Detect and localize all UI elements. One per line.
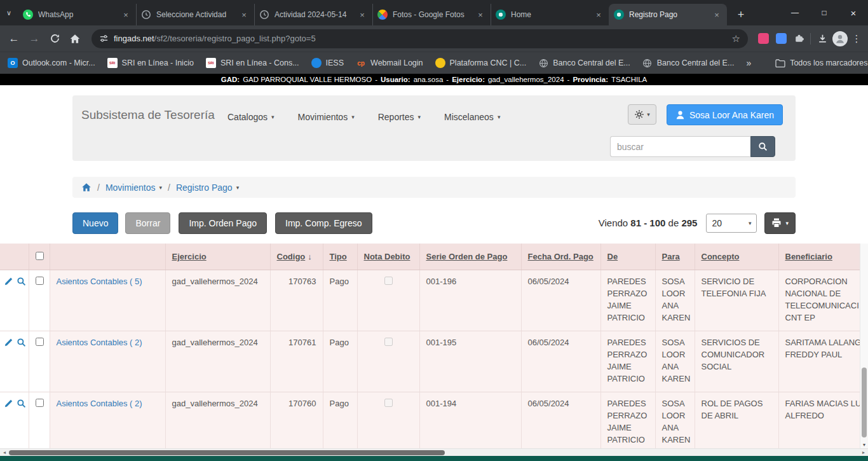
menu-miscelaneos[interactable]: Miscelaneos▾ (444, 112, 500, 122)
tab-close-icon[interactable]: × (712, 10, 722, 20)
tab-close-icon[interactable]: × (357, 10, 367, 20)
bookmark-item[interactable]: IESS (311, 58, 344, 68)
breadcrumb-registro-pago[interactable]: Registro Pago▾ (176, 182, 239, 193)
home-button[interactable] (65, 29, 85, 49)
menu-catalogos[interactable]: Catalogos▾ (227, 112, 275, 122)
address-bar[interactable]: fingads.net/sf2/tesoreria/registro_pago_… (92, 29, 748, 48)
asientos-contables-link[interactable]: Asientos Contables ( 2) (57, 399, 142, 408)
window-minimize-button[interactable]: — (780, 0, 810, 25)
tab-search-button[interactable]: ∨ (0, 0, 18, 25)
folder-icon (775, 58, 785, 68)
tab-actividad[interactable]: Actividad 2024-05-14 × (254, 4, 372, 25)
view-magnifier-icon[interactable] (17, 277, 26, 286)
serie-orden-pago-cell: 001-194 (419, 392, 521, 453)
bookmark-item[interactable]: SRISRI en Línea - Cons... (206, 58, 299, 68)
tab-close-icon[interactable]: × (593, 10, 604, 20)
tab-close-icon[interactable]: × (239, 10, 249, 20)
forward-button[interactable]: → (24, 29, 44, 49)
edit-pencil-icon[interactable] (4, 399, 13, 408)
header-codigo[interactable]: Codigo↓ (270, 244, 323, 270)
nota-debito-checkbox (384, 277, 393, 285)
tab-registro-pago[interactable]: Registro Pago × (609, 4, 727, 25)
print-button[interactable]: ▾ (764, 212, 796, 234)
header-concepto[interactable]: Concepto (695, 244, 778, 270)
header-de[interactable]: De (600, 244, 655, 270)
settings-gear-button[interactable]: ▾ (628, 104, 656, 125)
view-magnifier-icon[interactable] (17, 338, 26, 347)
new-tab-button[interactable]: + (732, 6, 750, 24)
bookmark-item[interactable]: cpWebmail Login (356, 58, 423, 68)
edit-pencil-icon[interactable] (4, 277, 13, 286)
back-button[interactable]: ← (4, 29, 24, 49)
ejercicio-cell: gad_vallehermos_2024 (165, 331, 270, 392)
header-beneficiario[interactable]: Beneficiario (778, 244, 868, 270)
bookmarks-manager-button[interactable]: Todos los marcadores (775, 58, 867, 68)
page-content: GAD:GAD PARROQUIAL VALLE HERMOSO - Usuar… (0, 74, 868, 461)
profile-avatar[interactable] (831, 30, 849, 48)
imp-orden-pago-button[interactable]: Imp. Orden Pago (179, 212, 267, 234)
home-icon[interactable] (81, 182, 92, 192)
bookmark-item[interactable]: Banco Central del E... (538, 58, 630, 68)
edit-pencil-icon[interactable] (4, 338, 13, 347)
menu-movimientos[interactable]: Movimientos▾ (298, 112, 355, 122)
cnc-icon (435, 58, 445, 68)
horizontal-scrollbar[interactable]: ◂ ▸ (0, 448, 868, 456)
extension-icon[interactable] (754, 30, 772, 48)
nota-debito-cell (357, 270, 419, 331)
header-serie-orden-pago[interactable]: Serie Orden de Pago (419, 244, 521, 270)
window-maximize-button[interactable]: □ (810, 0, 839, 25)
tab-seleccione-actividad[interactable]: Seleccione Actividad × (136, 4, 254, 25)
imp-comp-egreso-button[interactable]: Imp. Comp. Egreso (275, 212, 372, 234)
header-para[interactable]: Para (655, 244, 695, 270)
footer-strip (0, 456, 868, 461)
menu-reportes[interactable]: Reportes▾ (378, 112, 421, 122)
bookmark-item[interactable]: Plataforma CNC | C... (435, 58, 527, 68)
header-fecha-ord-pago[interactable]: Fecha Ord. Pago (521, 244, 600, 270)
borrar-button[interactable]: Borrar (125, 212, 170, 234)
gad-info-bar: GAD:GAD PARROQUIAL VALLE HERMOSO - Usuar… (0, 74, 868, 85)
beneficiario-cell: CORPORACION NACIONAL DE TELECOMUNICACI C… (778, 270, 868, 331)
row-checkbox[interactable] (36, 338, 44, 346)
scroll-down-icon[interactable]: ▾ (860, 442, 868, 448)
bookmark-star-icon[interactable]: ☆ (732, 33, 740, 45)
view-magnifier-icon[interactable] (17, 399, 26, 408)
records-table: Ejercicio Codigo↓ Tipo Nota Debito Serie… (0, 244, 868, 453)
reload-button[interactable] (44, 29, 65, 49)
iess-icon (311, 58, 322, 68)
tab-home[interactable]: Home × (491, 4, 609, 25)
header-ejercicio[interactable]: Ejercicio (165, 244, 270, 270)
horizontal-scrollbar-thumb[interactable] (9, 450, 445, 455)
search-input[interactable] (610, 136, 750, 157)
tab-google-fotos[interactable]: Fotos - Google Fotos × (372, 4, 491, 25)
menu-kebab-icon[interactable]: ⋮ (849, 33, 864, 45)
bookmarks-overflow-button[interactable]: » (746, 58, 751, 68)
tab-whatsapp[interactable]: WhatsApp × (18, 4, 136, 25)
row-select-cell (29, 270, 50, 331)
vertical-scrollbar[interactable]: ▾ (860, 244, 868, 448)
row-checkbox[interactable] (36, 277, 44, 285)
site-info-icon[interactable] (99, 34, 109, 43)
page-size-select[interactable]: 20▾ (706, 214, 757, 233)
action-toolbar: Nuevo Borrar Imp. Orden Pago Imp. Comp. … (72, 212, 796, 234)
url-text: fingads.net/sf2/tesoreria/registro_pago_… (114, 34, 316, 43)
asientos-contables-link[interactable]: Asientos Contables ( 5) (57, 277, 142, 286)
bookmark-item[interactable]: OOutlook.com - Micr... (8, 58, 95, 68)
user-button[interactable]: Sosa Loor Ana Karen (667, 104, 783, 125)
bookmark-item[interactable]: Banco Central del E... (642, 58, 735, 68)
tab-close-icon[interactable]: × (475, 10, 485, 20)
search-button[interactable] (750, 136, 775, 157)
downloads-icon[interactable] (813, 30, 831, 48)
window-close-button[interactable]: × (839, 0, 868, 25)
vertical-scrollbar-thumb[interactable] (862, 368, 867, 437)
row-checkbox[interactable] (36, 399, 44, 407)
nuevo-button[interactable]: Nuevo (72, 212, 118, 234)
breadcrumb-movimientos[interactable]: Movimientos▾ (105, 182, 162, 193)
asientos-contables-link[interactable]: Asientos Contables ( 2) (57, 338, 142, 347)
translate-extension-icon[interactable] (772, 30, 790, 48)
tab-close-icon[interactable]: × (121, 10, 131, 20)
header-tipo[interactable]: Tipo (323, 244, 357, 270)
extensions-puzzle-icon[interactable] (790, 30, 808, 48)
bookmark-item[interactable]: SRISRI en Línea - Inicio (107, 58, 194, 68)
select-all-checkbox[interactable] (36, 252, 44, 260)
header-nota-debito[interactable]: Nota Debito (357, 244, 419, 270)
